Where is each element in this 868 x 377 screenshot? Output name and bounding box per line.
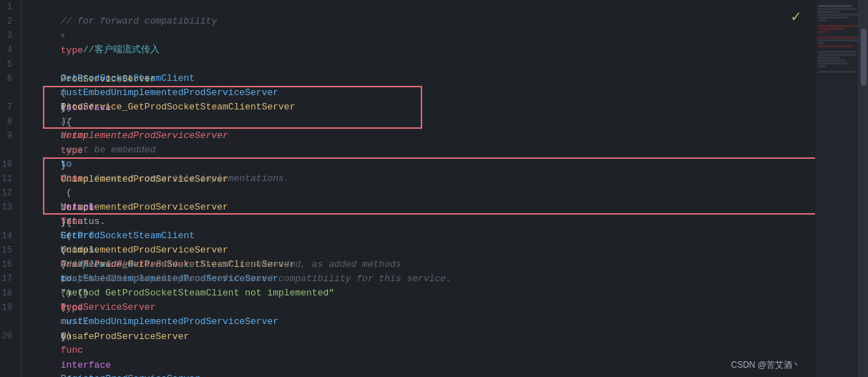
checkmark-icon: ✓: [791, 7, 801, 26]
code-line-6: ▼ }: [21, 72, 815, 86]
code-line-14: // UnsafeProdServiceServer may be embedd…: [21, 229, 815, 243]
code-line-17: ▼ type UnsafeProdServiceServer interface…: [21, 272, 815, 286]
line-num: [0, 143, 16, 157]
minimap-line: [818, 51, 857, 53]
func-name: RegisterProdServiceServer: [61, 373, 200, 377]
code-line-10: func ( UnimplementedProdServiceServer ) …: [21, 157, 815, 172]
code-line-4: GetProdSocketSteamClient ( ProdService_G…: [21, 43, 815, 57]
watermark-text: CSDN @苦艾酒丶: [731, 359, 801, 371]
code-editor: 1 2 3 4 5 6 7 8 9 10 11 12 13 14 15 16 1…: [0, 0, 868, 377]
minimap-line: [818, 11, 839, 13]
code-line-20: func RegisterProdServiceServer (s grpc. …: [21, 329, 815, 343]
line-num: 17: [0, 272, 16, 286]
code-line-blank2: [21, 143, 815, 157]
minimap-line: [818, 71, 857, 73]
scrollbar[interactable]: [858, 0, 868, 377]
line-num: 5: [0, 57, 16, 72]
line-num: 2: [0, 14, 16, 29]
line-num: 3: [0, 29, 16, 43]
minimap-line: [818, 19, 826, 21]
code-line-2: ▼ type ProdServiceServer interface {: [21, 14, 815, 29]
code-line-12: ▼ }: [21, 186, 815, 200]
minimap-line: [818, 5, 852, 7]
minimap-line: [818, 62, 848, 64]
line-num: 20: [0, 329, 16, 343]
minimap-line: [818, 14, 858, 16]
space: [61, 359, 67, 370]
line-numbers: 1 2 3 4 5 6 7 8 9 10 11 12 13 14 15 16 1…: [0, 0, 21, 377]
code-line-19: ▼ }: [21, 300, 815, 315]
line-num: 15: [0, 243, 16, 258]
minimap-line: [818, 16, 848, 19]
line-num: 16: [0, 258, 16, 272]
code-line-18: mustEmbedUnimplementedProdServiceServer …: [21, 286, 815, 300]
line-num: 13: [0, 200, 16, 215]
line-num: 18: [0, 286, 16, 300]
code-line-11: return status. Errorf (codes. Unimplemen…: [21, 172, 815, 186]
minimap-line: [818, 57, 839, 59]
line-num: 19: [0, 300, 16, 315]
code-line-16: // result in compilation errors.: [21, 258, 815, 272]
line-num: 7: [0, 100, 16, 114]
line-num: 11: [0, 172, 16, 186]
code-line-blank3: [21, 215, 815, 229]
code-line-7: // UnimplementedProdServiceServer must b…: [21, 100, 815, 114]
minimap-line-red: [818, 31, 826, 33]
minimap-line-red: [818, 45, 854, 47]
minimap-line: [818, 39, 858, 41]
line-num: [0, 86, 16, 100]
minimap-line: [818, 8, 857, 10]
keyword-func: func: [61, 345, 83, 356]
line-num: 9: [0, 129, 16, 143]
line-num: 6: [0, 72, 16, 86]
line-num: 1: [0, 0, 16, 14]
minimap-line: [818, 59, 846, 62]
line-num: 14: [0, 229, 16, 243]
scrollbar-thumb[interactable]: [861, 29, 867, 86]
minimap-line-red: [818, 36, 858, 39]
minimap-line: [818, 42, 824, 44]
code-line-13: func ( UnimplementedProdServiceServer ) …: [21, 200, 815, 215]
minimap-line-red: [818, 28, 844, 30]
minimap-line: [818, 54, 856, 56]
code-line-9: ▼ }: [21, 129, 815, 143]
code-line-blank4: [21, 315, 815, 329]
code-line-15: // Use of this interface is not recommen…: [21, 243, 815, 258]
code-line-3: //客户端流式传入: [21, 29, 815, 43]
code-line-blank: [21, 86, 815, 100]
code-line-5: mustEmbedUnimplementedProdServiceServer …: [21, 57, 815, 72]
minimap-line-red: [818, 25, 858, 27]
minimap-line: [818, 65, 826, 67]
keyword-interface: interface: [61, 360, 111, 371]
minimap: [815, 0, 858, 377]
line-num: [0, 315, 16, 329]
line-num: 12: [0, 186, 16, 200]
code-content: // for forward compatibility ▼ type Prod…: [21, 0, 815, 377]
code-line-1: // for forward compatibility: [21, 0, 815, 14]
line-num: 8: [0, 114, 16, 129]
line-num: 10: [0, 157, 16, 172]
line-num: [0, 215, 16, 229]
code-line-8: ▼ type UnimplementedProdServiceServer st…: [21, 114, 815, 129]
line-num: 4: [0, 43, 16, 57]
